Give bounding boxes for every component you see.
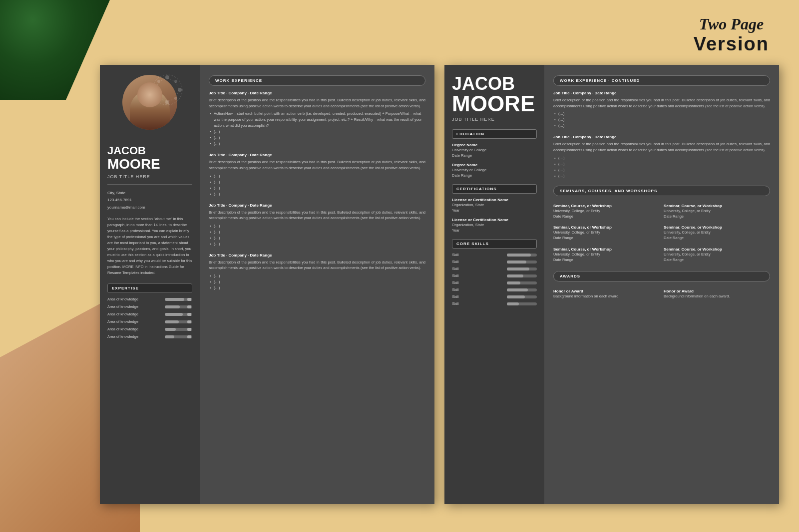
p2-certifications-header: CERTIFICATIONS	[452, 184, 537, 194]
svg-point-6	[174, 80, 177, 83]
bullet-item: (…)	[209, 173, 425, 179]
cert-org: Organization, State	[452, 222, 537, 228]
core-skill-label: Skill	[452, 253, 459, 257]
p2-core-skills-header: CORE SKILLS	[452, 239, 537, 249]
bullet-item: (…)	[553, 111, 770, 117]
bullet-item: (…)	[553, 173, 770, 179]
skill-dot-icon	[187, 320, 191, 323]
seminar-name: Seminar, Course, or Workshop	[553, 204, 660, 208]
seminar-name: Seminar, Course, or Workshop	[553, 247, 660, 252]
core-skill-fill	[507, 267, 529, 270]
skill-bar	[165, 298, 192, 301]
job-description: Brief description of the position and th…	[209, 260, 425, 271]
core-skill-fill	[507, 274, 523, 277]
core-skill-bar	[507, 302, 537, 305]
seminar-date: Date Range	[553, 214, 660, 219]
seminar-entry: Seminar, Course, or Workshop University,…	[553, 204, 660, 220]
p1-about-text: You can include the section "about me" i…	[107, 216, 192, 276]
core-skill-label: Skill	[452, 266, 459, 271]
skill-bar	[165, 320, 192, 323]
p1-skills-list: Area of knowledge Area of knowledge Area…	[107, 297, 192, 339]
job-entry: Job Title · Company · Date Range Brief d…	[553, 91, 770, 129]
cert-org: Organization, State	[452, 202, 537, 208]
p2-seminars-grid: Seminar, Course, or Workshop University,…	[553, 204, 770, 265]
svg-point-9	[157, 80, 160, 83]
core-skill-label: Skill	[452, 287, 459, 292]
skill-bar-fill	[165, 328, 176, 331]
skill-label: Area of knowledge	[107, 297, 138, 301]
skill-bar	[165, 305, 192, 308]
degree-date: Date Range	[452, 153, 537, 158]
job-entry: Job Title · Company · Date Range Brief d…	[209, 91, 425, 147]
core-skill-fill	[507, 281, 520, 284]
award-name: Honor or Award	[553, 289, 660, 293]
skill-dot-icon	[187, 313, 191, 316]
bullet-item: Action/How – start each bullet point wit…	[209, 111, 425, 129]
skill-item: Area of knowledge	[107, 312, 192, 316]
bullet-item: (…)	[553, 123, 770, 129]
degree-school: University or College	[452, 167, 537, 173]
core-skill-fill	[507, 288, 528, 291]
bullet-item: (…)	[209, 185, 425, 191]
skill-label: Area of knowledge	[107, 312, 138, 316]
seminar-date: Date Range	[553, 257, 660, 263]
seminar-org: University, College, or Entity	[664, 208, 770, 214]
skill-dot-icon	[187, 328, 191, 331]
skill-bar-fill	[165, 320, 179, 323]
core-skill-label: Skill	[452, 294, 459, 299]
page2-right-column: WORK EXPERIENCE · CONTINUED Job Title · …	[544, 65, 779, 504]
job-description: Brief description of the position and th…	[209, 210, 425, 221]
seminar-name: Seminar, Course, or Workshop	[664, 204, 770, 208]
job-entry: Job Title · Company · Date Range Brief d…	[209, 153, 425, 197]
p1-job-title: JOB TITLE HERE	[107, 174, 192, 179]
svg-point-2	[165, 75, 169, 79]
job-entry: Job Title · Company · Date Range Brief d…	[209, 253, 425, 291]
page-2: JACOB MOORE JOB TITLE HERE EDUCATION Deg…	[444, 65, 779, 504]
skill-label: Area of knowledge	[107, 304, 138, 309]
core-skill-bar	[507, 261, 537, 264]
core-skill-bar	[507, 281, 537, 284]
p2-awards-grid: Honor or Award Background information on…	[553, 289, 770, 301]
version-text: Version	[694, 33, 769, 55]
seminar-entry: Seminar, Course, or Workshop University,…	[553, 225, 660, 241]
core-skill-bar	[507, 254, 537, 257]
p1-phone: 123.456.7891	[107, 197, 192, 204]
core-skill-label: Skill	[452, 260, 459, 264]
degree-entry: Degree Name University or College Date R…	[452, 163, 537, 179]
award-entry: Honor or Award Background information on…	[553, 289, 660, 299]
skill-label: Area of knowledge	[107, 327, 138, 331]
skill-bar	[165, 313, 192, 316]
profile-photo-wrapper	[117, 75, 182, 140]
p2-education-section: EDUCATION Degree Name University or Coll…	[452, 129, 537, 178]
skill-item: Area of knowledge	[107, 304, 192, 309]
job-title-line: Job Title · Company · Date Range	[209, 91, 425, 95]
job-entry: Job Title · Company · Date Range Brief d…	[209, 203, 425, 247]
core-skill-bar	[507, 274, 537, 277]
core-skill-label: Skill	[452, 301, 459, 306]
bullet-item: (…)	[209, 223, 425, 229]
degree-entry: Degree Name University or College Date R…	[452, 143, 537, 159]
core-skill-bar	[507, 295, 537, 298]
skill-bar-fill	[165, 305, 180, 308]
skill-item: Area of knowledge	[107, 297, 192, 301]
seminar-org: University, College, or Entity	[553, 252, 660, 257]
core-skill-fill	[507, 261, 526, 264]
bullet-item: (…)	[209, 235, 425, 241]
core-skill-fill	[507, 295, 525, 298]
core-skill-label: Skill	[452, 280, 459, 285]
core-skill-item: Skill	[452, 301, 537, 306]
p2-seminars-section: SEMINARS, COURSES, AND WORKSHOPS Seminar…	[553, 185, 770, 265]
degree-name: Degree Name	[452, 143, 537, 147]
core-skill-fill	[507, 302, 519, 305]
core-skill-bar	[507, 288, 537, 291]
award-detail: Background information on each award.	[664, 293, 770, 299]
skill-bar	[165, 328, 192, 331]
seminar-entry: Seminar, Course, or Workshop University,…	[553, 247, 660, 263]
seminar-date: Date Range	[664, 257, 770, 263]
p2-awards-section: AWARDS Honor or Award Background informa…	[553, 270, 770, 301]
bullet-item: (…)	[209, 191, 425, 197]
two-page-text: Two Page	[694, 15, 769, 33]
background-plant	[0, 0, 110, 100]
core-skill-fill	[507, 254, 531, 257]
job-title-line: Job Title · Company · Date Range	[209, 153, 425, 157]
